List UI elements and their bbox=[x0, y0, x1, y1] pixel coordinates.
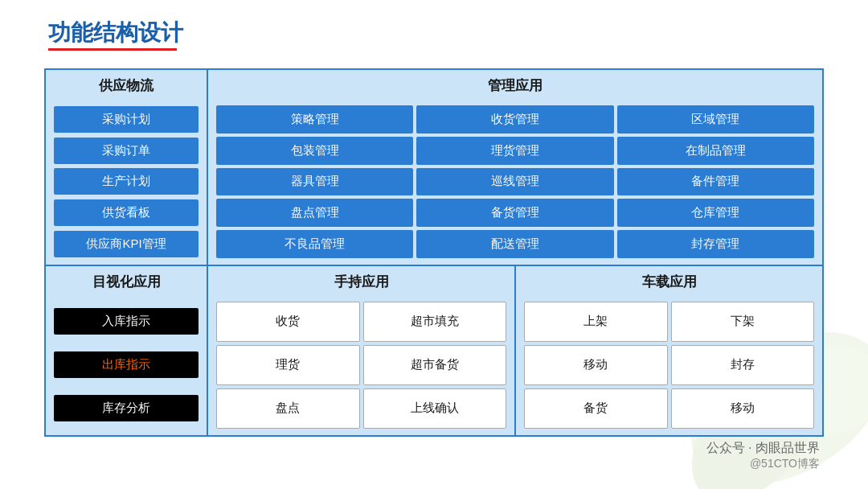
handheld-item-3: 超市备货 bbox=[363, 345, 507, 385]
supply-item-4: 供应商KPI管理 bbox=[54, 231, 199, 257]
vehicle-item-4: 备货 bbox=[524, 388, 668, 429]
vehicle-item-3: 封存 bbox=[671, 345, 815, 385]
management-grid: 策略管理 收货管理 区域管理 包装管理 理货管理 在制品管理 器具管理 巡线管理… bbox=[208, 101, 822, 265]
visual-item-2: 库存分析 bbox=[54, 395, 199, 421]
bottom-section: 目视化应用 入库指示 出库指示 库存分析 手持应用 收货 超市填充 理货 超市备… bbox=[46, 266, 822, 435]
watermark-sub: @51CTO博客 bbox=[706, 457, 820, 471]
mgmt-item-9: 盘点管理 bbox=[216, 199, 413, 227]
handheld-item-4: 盘点 bbox=[216, 388, 360, 429]
handheld-item-0: 收货 bbox=[216, 302, 360, 342]
vehicle-header: 车载应用 bbox=[516, 266, 822, 298]
watermark: 公众号 · 肉眼品世界 @51CTO博客 bbox=[706, 440, 820, 471]
mgmt-item-10: 备货管理 bbox=[416, 199, 613, 227]
mgmt-item-14: 封存管理 bbox=[617, 230, 814, 258]
main-diagram: 供应物流 采购计划 采购订单 生产计划 供货看板 供应商KPI管理 管理应用 策… bbox=[44, 68, 824, 437]
mgmt-item-7: 巡线管理 bbox=[416, 168, 613, 196]
supply-column: 供应物流 采购计划 采购订单 生产计划 供货看板 供应商KPI管理 bbox=[46, 70, 207, 265]
mgmt-item-5: 在制品管理 bbox=[617, 137, 814, 165]
page-title: 功能结构设计 bbox=[48, 18, 183, 48]
vehicle-grid: 上架 下架 移动 封存 备货 移动 bbox=[516, 298, 822, 435]
handheld-item-2: 理货 bbox=[216, 345, 360, 385]
vehicle-item-1: 下架 bbox=[671, 302, 815, 342]
mgmt-item-6: 器具管理 bbox=[216, 168, 413, 196]
vehicle-item-0: 上架 bbox=[524, 302, 668, 342]
mgmt-item-2: 区域管理 bbox=[617, 105, 814, 134]
supply-item-2: 生产计划 bbox=[54, 168, 199, 195]
management-header: 管理应用 bbox=[208, 70, 822, 101]
mgmt-item-4: 理货管理 bbox=[416, 137, 613, 165]
slide: 功能结构设计 供应物流 采购计划 采购订单 生产计划 供货看板 供应商KPI管理… bbox=[0, 0, 868, 489]
vehicle-item-2: 移动 bbox=[524, 345, 668, 385]
vehicle-column: 车载应用 上架 下架 移动 封存 备货 移动 bbox=[516, 266, 822, 435]
watermark-logo: 公众号 · 肉眼品世界 bbox=[706, 440, 820, 457]
title-underline bbox=[48, 48, 177, 51]
supply-item-3: 供货看板 bbox=[54, 199, 199, 226]
mgmt-item-1: 收货管理 bbox=[416, 105, 613, 134]
mgmt-item-0: 策略管理 bbox=[216, 105, 413, 134]
supply-item-1: 采购订单 bbox=[54, 138, 199, 164]
visual-header: 目视化应用 bbox=[46, 266, 207, 298]
handheld-grid: 收货 超市填充 理货 超市备货 盘点 上线确认 bbox=[208, 298, 514, 435]
top-section: 供应物流 采购计划 采购订单 生产计划 供货看板 供应商KPI管理 管理应用 策… bbox=[46, 70, 822, 265]
management-column: 管理应用 策略管理 收货管理 区域管理 包装管理 理货管理 在制品管理 器具管理… bbox=[208, 70, 822, 265]
vehicle-item-5: 移动 bbox=[671, 388, 815, 429]
supply-items: 采购计划 采购订单 生产计划 供货看板 供应商KPI管理 bbox=[46, 101, 207, 265]
mgmt-item-3: 包装管理 bbox=[216, 137, 413, 165]
visual-items: 入库指示 出库指示 库存分析 bbox=[46, 298, 207, 435]
visual-item-1: 出库指示 bbox=[54, 351, 199, 378]
handheld-item-1: 超市填充 bbox=[363, 302, 507, 342]
mgmt-item-13: 配送管理 bbox=[416, 230, 613, 258]
handheld-item-5: 上线确认 bbox=[363, 388, 507, 429]
handheld-header: 手持应用 bbox=[208, 266, 514, 298]
mgmt-item-8: 备件管理 bbox=[617, 168, 814, 196]
mgmt-item-11: 仓库管理 bbox=[617, 199, 814, 227]
supply-header: 供应物流 bbox=[46, 70, 207, 101]
handheld-column: 手持应用 收货 超市填充 理货 超市备货 盘点 上线确认 bbox=[208, 266, 514, 435]
visual-column: 目视化应用 入库指示 出库指示 库存分析 bbox=[46, 266, 207, 435]
supply-item-0: 采购计划 bbox=[54, 106, 199, 133]
visual-item-0: 入库指示 bbox=[54, 308, 199, 335]
mgmt-item-12: 不良品管理 bbox=[216, 230, 413, 258]
